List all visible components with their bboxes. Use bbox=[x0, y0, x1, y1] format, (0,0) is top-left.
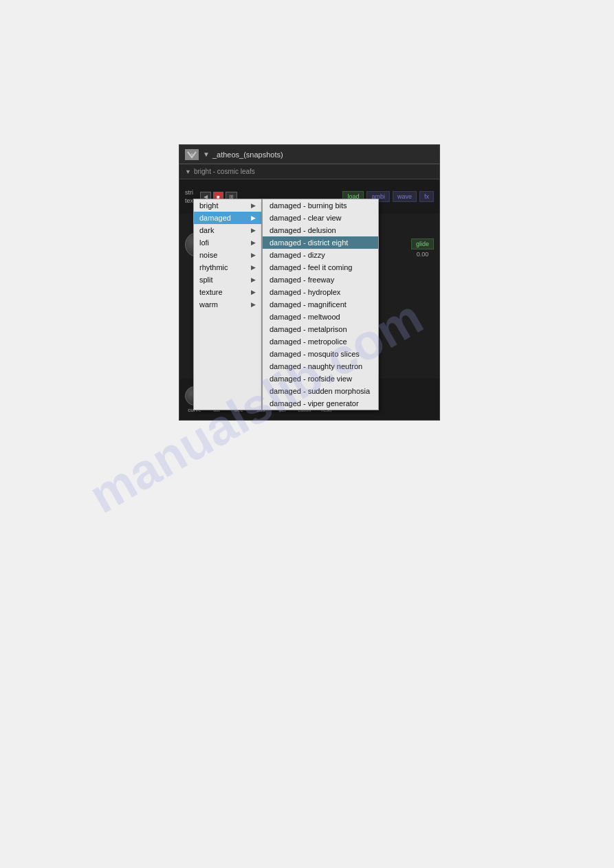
menu-item-damaged[interactable]: damaged ▶ bbox=[194, 212, 261, 224]
fx-btn[interactable]: fx bbox=[419, 191, 434, 202]
menu-item-delusion[interactable]: damaged - delusion bbox=[263, 224, 378, 236]
menu-item-naughty-neutron[interactable]: damaged - naughty neutron bbox=[263, 360, 378, 372]
submenu-arrow-noise: ▶ bbox=[251, 252, 256, 258]
menu-item-lofi[interactable]: lofi ▶ bbox=[194, 236, 261, 249]
menu-item-magnificent[interactable]: damaged - magnificent bbox=[263, 298, 378, 311]
menu-item-dizzy[interactable]: damaged - dizzy bbox=[263, 249, 378, 261]
svg-point-0 bbox=[190, 153, 193, 156]
submenu-arrow-texture: ▶ bbox=[251, 289, 256, 296]
title-text: _atheos_(snapshots) bbox=[212, 151, 283, 159]
menu-item-roofside-view[interactable]: damaged - roofside view bbox=[263, 372, 378, 385]
menu-item-mosquito-slices[interactable]: damaged - mosquito slices bbox=[263, 348, 378, 360]
menu-item-feel-it-coming[interactable]: damaged - feel it coming bbox=[263, 261, 378, 274]
menu-item-clear-view[interactable]: damaged - clear view bbox=[263, 212, 378, 224]
glide-btn[interactable]: glide bbox=[411, 238, 434, 249]
tex-label: tex bbox=[185, 197, 193, 204]
menu-item-burning-bits[interactable]: damaged - burning bits bbox=[263, 199, 378, 212]
menu-item-district-eight[interactable]: damaged - district eight bbox=[263, 236, 378, 249]
submenu-arrow-dark: ▶ bbox=[251, 227, 256, 234]
context-menu: bright ▶ damaged ▶ dark ▶ lofi ▶ noise bbox=[193, 199, 379, 410]
menu-item-split[interactable]: split ▶ bbox=[194, 274, 261, 286]
menu-item-noise[interactable]: noise ▶ bbox=[194, 249, 261, 261]
str-label: stri bbox=[185, 189, 193, 196]
wave-btn[interactable]: wave bbox=[393, 191, 417, 202]
menu-item-dark[interactable]: dark ▶ bbox=[194, 224, 261, 236]
breadcrumb-text: bright - cosmic leafs bbox=[194, 168, 255, 175]
menu-level1: bright ▶ damaged ▶ dark ▶ lofi ▶ noise bbox=[193, 199, 262, 410]
menu-item-freeway[interactable]: damaged - freeway bbox=[263, 274, 378, 286]
menu-item-texture[interactable]: texture ▶ bbox=[194, 286, 261, 298]
submenu-arrow-rhythmic: ▶ bbox=[251, 264, 256, 271]
menu-item-bright[interactable]: bright ▶ bbox=[194, 199, 261, 212]
submenu-arrow-warm: ▶ bbox=[251, 301, 256, 308]
menu-item-sudden-morphosia[interactable]: damaged - sudden morphosia bbox=[263, 385, 378, 397]
submenu-arrow-split: ▶ bbox=[251, 276, 256, 283]
menu-level2: damaged - burning bits damaged - clear v… bbox=[262, 199, 379, 410]
menu-item-rhythmic[interactable]: rhythmic ▶ bbox=[194, 261, 261, 274]
breadcrumb-bar: ▼ bright - cosmic leafs bbox=[179, 164, 439, 179]
submenu-arrow-damaged: ▶ bbox=[251, 214, 256, 221]
title-bar: ▼ _atheos_(snapshots) bbox=[179, 145, 439, 164]
menu-item-meltwood[interactable]: damaged - meltwood bbox=[263, 311, 378, 323]
glide-value: 0.00 bbox=[417, 251, 429, 258]
menu-item-metalprison[interactable]: damaged - metalprison bbox=[263, 323, 378, 335]
plugin-window: ▼ _atheos_(snapshots) ▼ bright - cosmic … bbox=[179, 144, 440, 421]
plugin-icon bbox=[185, 149, 199, 160]
menu-item-warm[interactable]: warm ▶ bbox=[194, 298, 261, 311]
menu-item-hydroplex[interactable]: damaged - hydroplex bbox=[263, 286, 378, 298]
submenu-arrow-bright: ▶ bbox=[251, 202, 256, 209]
submenu-arrow-lofi: ▶ bbox=[251, 239, 256, 246]
plugin-body: stri tex ◀ ■ ⊞ load ambi wave fx vol bbox=[179, 179, 439, 420]
breadcrumb-arrow-icon: ▼ bbox=[185, 168, 191, 175]
menu-item-metropolice[interactable]: damaged - metropolice bbox=[263, 335, 378, 348]
title-arrow: ▼ bbox=[203, 151, 210, 158]
menu-item-viper-generator[interactable]: damaged - viper generator bbox=[263, 397, 378, 410]
